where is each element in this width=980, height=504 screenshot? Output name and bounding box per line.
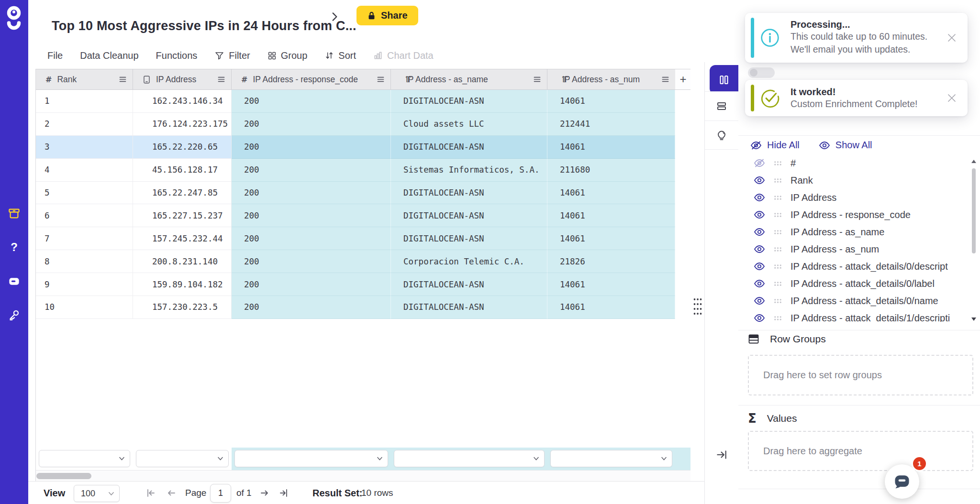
table-cell[interactable]: DIGITALOCEAN-ASN — [391, 227, 547, 250]
table-row[interactable]: 445.156.128.17200Sistemas Informaticos, … — [36, 159, 691, 182]
gigasheet-logo-icon[interactable] — [4, 5, 23, 33]
scroll-down-icon[interactable] — [971, 318, 976, 321]
column-list-item[interactable]: IP Address - attack_details/0/label — [738, 275, 968, 292]
collapse-panel-icon[interactable] — [715, 449, 728, 462]
table-cell[interactable]: 1 — [36, 90, 133, 113]
table-row[interactable]: 3165.22.220.65200DIGITALOCEAN-ASN14061 — [36, 136, 691, 159]
table-cell[interactable]: DIGITALOCEAN-ASN — [391, 204, 547, 227]
column-list-item[interactable]: IP Address - attack_details/0/name — [738, 292, 968, 309]
panel-scrollbar-thumb[interactable] — [972, 168, 976, 253]
close-icon[interactable] — [946, 92, 958, 104]
column-header-response-code[interactable]: # IP Address - response_code — [232, 69, 391, 89]
table-cell[interactable]: 200 — [232, 159, 391, 182]
column-list-item[interactable]: # — [738, 154, 968, 172]
column-menu-icon[interactable] — [119, 77, 126, 83]
table-cell[interactable]: 157.230.223.5 — [133, 296, 232, 319]
table-cell[interactable]: Corporacion Telemic C.A. — [391, 250, 547, 273]
table-cell[interactable]: 211680 — [547, 159, 675, 182]
chat-sidebar-icon[interactable] — [0, 271, 28, 292]
column-filter-select[interactable] — [234, 450, 388, 467]
table-row[interactable]: 9159.89.104.182200DIGITALOCEAN-ASN14061 — [36, 273, 691, 296]
table-cell[interactable]: 200 — [232, 113, 391, 136]
eye-icon[interactable] — [754, 262, 765, 271]
menu-data-cleanup[interactable]: Data Cleanup — [80, 50, 138, 61]
next-page-button[interactable] — [259, 487, 270, 499]
table-row[interactable]: 7157.245.232.44200DIGITALOCEAN-ASN14061 — [36, 227, 691, 250]
table-cell[interactable]: 200 — [232, 90, 391, 113]
eye-icon[interactable] — [754, 245, 765, 253]
column-header-as-num[interactable]: T IP Address - as_num — [547, 69, 675, 89]
drag-handle-icon[interactable] — [774, 247, 782, 252]
scroll-up-icon[interactable] — [971, 160, 976, 163]
drag-handle-icon[interactable] — [774, 230, 782, 235]
column-filter-select[interactable] — [39, 450, 130, 467]
drag-handle-icon[interactable] — [774, 316, 782, 321]
table-cell[interactable]: 8 — [36, 250, 133, 273]
eye-icon[interactable] — [754, 176, 765, 185]
show-all-button[interactable]: Show All — [819, 140, 872, 151]
table-row[interactable]: 8200.8.231.140200Corporacion Telemic C.A… — [36, 250, 691, 273]
table-cell[interactable]: 14061 — [547, 273, 675, 296]
table-cell[interactable]: 200 — [232, 250, 391, 273]
table-cell[interactable]: 14061 — [547, 296, 675, 319]
table-cell[interactable]: 157.245.232.44 — [133, 227, 232, 250]
help-icon[interactable]: ? — [0, 237, 28, 258]
table-cell[interactable]: 200.8.231.140 — [133, 250, 232, 273]
library-icon[interactable] — [0, 203, 28, 224]
menu-chart-data[interactable]: Chart Data — [373, 50, 434, 61]
column-menu-icon[interactable] — [534, 77, 541, 83]
table-row[interactable]: 6165.227.15.237200DIGITALOCEAN-ASN14061 — [36, 204, 691, 227]
drag-handle-icon[interactable] — [774, 281, 782, 286]
eye-icon[interactable] — [754, 193, 765, 202]
table-cell[interactable]: 2 — [36, 113, 133, 136]
table-cell[interactable]: 14061 — [547, 90, 675, 113]
values-dropzone[interactable]: Drag here to aggregate — [748, 431, 973, 471]
table-cell[interactable]: 14061 — [547, 182, 675, 205]
menu-group[interactable]: Group — [267, 50, 308, 61]
table-cell[interactable]: Sistemas Informaticos, S.A. — [391, 159, 547, 182]
column-list-item[interactable]: IP Address - response_code — [738, 206, 968, 223]
menu-file[interactable]: File — [47, 50, 63, 61]
first-page-button[interactable] — [145, 487, 156, 499]
column-filter-select[interactable] — [550, 450, 672, 467]
tab-rows[interactable] — [705, 91, 738, 121]
last-page-button[interactable] — [278, 487, 290, 499]
drag-handle-icon[interactable] — [774, 195, 782, 200]
table-cell[interactable]: DIGITALOCEAN-ASN — [391, 273, 547, 296]
share-button[interactable]: Share — [356, 6, 418, 25]
table-cell[interactable]: 14061 — [547, 227, 675, 250]
partially-hidden-toggle[interactable] — [748, 67, 775, 78]
menu-sort[interactable]: Sort — [324, 50, 356, 61]
table-cell[interactable]: 165.227.15.237 — [133, 204, 232, 227]
drag-handle-icon[interactable] — [774, 264, 782, 269]
table-cell[interactable]: 165.22.220.65 — [133, 136, 232, 159]
table-cell[interactable]: 200 — [232, 273, 391, 296]
table-cell[interactable]: 4 — [36, 159, 133, 182]
horizontal-scrollbar-thumb[interactable] — [36, 473, 91, 479]
table-cell[interactable]: 9 — [36, 273, 133, 296]
column-list-item[interactable]: Rank — [738, 172, 968, 189]
drag-handle-icon[interactable] — [774, 161, 782, 166]
table-cell[interactable]: 159.89.104.182 — [133, 273, 232, 296]
table-cell[interactable]: 212441 — [547, 113, 675, 136]
table-row[interactable]: 2176.124.223.175200Cloud assets LLC21244… — [36, 113, 691, 136]
column-list-item[interactable]: IP Address - attack_details/1/descripti — [738, 309, 968, 322]
column-list-item[interactable]: IP Address - attack_details/0/descript — [738, 258, 968, 275]
table-cell[interactable]: 200 — [232, 136, 391, 159]
drag-handle-icon[interactable] — [774, 178, 782, 183]
table-cell[interactable]: 21826 — [547, 250, 675, 273]
table-cell[interactable]: 200 — [232, 296, 391, 319]
table-cell[interactable]: DIGITALOCEAN-ASN — [391, 136, 547, 159]
table-cell[interactable]: 162.243.146.34 — [133, 90, 232, 113]
table-cell[interactable]: Cloud assets LLC — [391, 113, 547, 136]
column-header-ip-address[interactable]: IP Address — [133, 69, 232, 89]
tab-columns[interactable] — [710, 65, 738, 94]
table-cell[interactable]: 45.156.128.17 — [133, 159, 232, 182]
close-icon[interactable] — [946, 32, 958, 44]
table-row[interactable]: 10157.230.223.5200DIGITALOCEAN-ASN14061 — [36, 296, 691, 319]
eye-off-icon[interactable] — [754, 159, 765, 167]
table-cell[interactable]: DIGITALOCEAN-ASN — [391, 296, 547, 319]
column-header-rank[interactable]: # Rank — [36, 69, 133, 89]
table-cell[interactable]: 3 — [36, 136, 133, 159]
table-cell[interactable]: 200 — [232, 204, 391, 227]
